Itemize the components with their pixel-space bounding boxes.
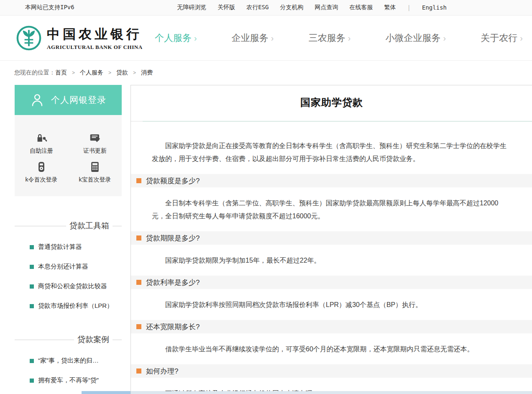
chevron-right-icon: ›	[271, 33, 274, 43]
top-link-traditional-chinese[interactable]: 繁体	[384, 4, 396, 11]
breadcrumb-home[interactable]: 首页	[55, 69, 67, 77]
qa-heading-bar: 贷款期限是多少?	[131, 231, 532, 245]
qa-section: 贷款额度是多少? 全日制本专科学生（含第二学位、高职学生、预科生）国家助学贷款最…	[131, 174, 532, 223]
title-divider	[131, 121, 532, 122]
breadcrumb-consumption[interactable]: 消费	[141, 69, 153, 77]
k-token-icon	[35, 161, 48, 173]
square-bullet-icon	[30, 304, 34, 308]
nav-about-abc[interactable]: 关于农行›	[481, 32, 523, 44]
toolbox-item[interactable]: 普通贷款计算器	[15, 243, 122, 251]
divider-line	[113, 340, 122, 340]
article-panel: 国家助学贷款 国家助学贷款是向正在接受高等教育的全日制本专科学生（含高职学生、预…	[130, 85, 532, 394]
square-bullet-icon	[30, 284, 34, 289]
qa-heading-bar: 如何办理?	[131, 364, 532, 378]
square-bullet-icon	[30, 265, 34, 269]
top-link-branches[interactable]: 分支机构	[280, 4, 304, 11]
login-button-label: 个人网银登录	[51, 94, 106, 106]
divider-line	[113, 226, 122, 226]
toolbox-item[interactable]: 本息分别还计算器	[15, 263, 122, 271]
top-utility-bar: 本网站已支持IPv6 无障碍浏览 关怀版 农行ESG 分支机构 网点查询 在线客…	[0, 0, 532, 15]
qa-heading-bar: 贷款额度是多少?	[131, 174, 532, 187]
sidebar: 个人网银登录 自助注册 证书更新	[15, 85, 122, 394]
abc-wheat-icon	[16, 25, 42, 51]
qa-section: 贷款利率是多少? 国家助学贷款利率按照同期同档次贷款市场报价利率（LPR）减30…	[131, 276, 532, 311]
chevron-right-icon: ›	[520, 33, 523, 43]
brand-name-cn: 中国农业银行	[47, 26, 143, 43]
square-bullet-icon	[30, 245, 34, 249]
square-bullet-icon	[30, 379, 34, 383]
qa-heading-bar: 还本宽限期多长?	[131, 320, 532, 333]
quick-link-label: k宝首次登录	[79, 176, 111, 184]
main-area: 个人网银登录 自助注册 证书更新	[0, 85, 532, 394]
primary-nav: 个人服务› 企业服务› 三农服务› 小微企业服务› 关于农行›	[155, 32, 523, 44]
qa-heading: 如何办理?	[146, 366, 178, 376]
quick-link-label: k令首次登录	[26, 176, 58, 184]
top-link-accessibility[interactable]: 无障碍浏览	[177, 4, 206, 11]
qa-body: 国家助学贷款期限为学制加15年，最长不超过22年。	[152, 254, 508, 267]
personal-ebank-login-button[interactable]: 个人网银登录	[15, 85, 122, 115]
qa-heading: 贷款利率是多少?	[146, 278, 200, 287]
loan-toolbox-title: 贷款工具箱	[15, 220, 122, 231]
top-links: 无障碍浏览 关怀版 农行ESG 分支机构 网点查询 在线客服 繁体 | Engl…	[177, 4, 447, 11]
k-token-first-login-link[interactable]: k令首次登录	[15, 155, 68, 184]
page-title: 国家助学贷款	[131, 85, 532, 109]
loan-cases-title: 贷款案例	[15, 334, 122, 345]
orange-square-bullet-icon	[136, 368, 141, 374]
quick-link-label: 自助注册	[30, 147, 53, 155]
breadcrumb-personal-services[interactable]: 个人服务	[80, 69, 103, 77]
k-bao-keypad-icon	[89, 161, 101, 173]
ipv6-notice: 本网站已支持IPv6	[25, 4, 74, 11]
breadcrumb: 您现在的位置： 首页 > 个人服务 > 贷款 > 消费	[0, 61, 532, 85]
loan-toolbox-list: 普通贷款计算器 本息分别还计算器 商贷和公积金贷款比较器 贷款市场报价利率（LP…	[15, 243, 122, 310]
brand-name-en: AGRICULTURAL BANK OF CHINA	[47, 44, 143, 51]
brand-text: 中国农业银行 AGRICULTURAL BANK OF CHINA	[47, 26, 143, 51]
k-bao-first-login-link[interactable]: k宝首次登录	[68, 155, 122, 184]
qa-heading: 贷款额度是多少?	[146, 176, 200, 186]
article-intro: 国家助学贷款是向正在接受高等教育的全日制本专科学生（含高职学生、预科生）研究生和…	[152, 139, 508, 165]
loan-case-item[interactable]: 拥有爱车，不再等“贷”	[15, 376, 122, 384]
certificate-update-link[interactable]: 证书更新	[68, 126, 122, 155]
top-link-english[interactable]: English	[422, 4, 447, 11]
breadcrumb-separator: >	[72, 70, 75, 76]
nav-personal-services[interactable]: 个人服务›	[155, 32, 197, 44]
qa-sections: 贷款额度是多少? 全日制本专科学生（含第二学位、高职学生、预科生）国家助学贷款最…	[131, 174, 532, 394]
top-link-outlet-search[interactable]: 网点查询	[315, 4, 338, 11]
breadcrumb-loans[interactable]: 贷款	[116, 69, 128, 77]
certificate-update-icon	[89, 132, 101, 144]
top-link-care-version[interactable]: 关怀版	[217, 4, 235, 11]
breadcrumb-label: 您现在的位置：	[14, 69, 55, 77]
qa-heading: 贷款期限是多少?	[146, 233, 200, 243]
loan-cases-list: “家”事，贷出来的归… 拥有爱车，不再等“贷” “贷”来创业梦	[15, 357, 122, 394]
loan-case-item[interactable]: “家”事，贷出来的归…	[15, 357, 122, 365]
top-link-online-service[interactable]: 在线客服	[350, 4, 373, 11]
toolbox-item[interactable]: 商贷和公积金贷款比较器	[15, 282, 122, 290]
qa-section: 如何办理? 可通过所在高校及农业银行经办机构网点申请办理。	[131, 364, 532, 394]
breadcrumb-separator: >	[133, 70, 136, 76]
self-register-link[interactable]: 自助注册	[15, 126, 68, 155]
nav-rural-services[interactable]: 三农服务›	[309, 32, 351, 44]
person-icon	[30, 93, 44, 107]
orange-square-bullet-icon	[136, 178, 141, 183]
orange-square-bullet-icon	[136, 280, 141, 285]
qa-section: 贷款期限是多少? 国家助学贷款期限为学制加15年，最长不超过22年。	[131, 231, 532, 267]
quick-link-label: 证书更新	[83, 147, 107, 155]
nav-small-business-services[interactable]: 小微企业服务›	[385, 32, 446, 44]
qa-body: 国家助学贷款利率按照同期同档次贷款市场报价利率（LPR）减30个基点（BP）执行…	[152, 298, 508, 311]
bottom-cutoff-strip-gray	[131, 391, 532, 394]
bottom-cutoff-strip-blue	[82, 391, 130, 394]
quick-links-panel: 自助注册 证书更新 k令首次登录	[15, 115, 122, 196]
qa-section: 还本宽限期多长? 借款学生毕业当年不再继续攻读学位的，可享受60个月的还本宽限期…	[131, 320, 532, 356]
chevron-right-icon: ›	[194, 33, 197, 43]
top-links-divider: |	[407, 4, 411, 11]
qa-heading: 还本宽限期多长?	[146, 322, 200, 332]
orange-square-bullet-icon	[136, 235, 141, 240]
top-link-abc-esg[interactable]: 农行ESG	[246, 4, 269, 11]
abc-logo[interactable]: 中国农业银行 AGRICULTURAL BANK OF CHINA	[16, 25, 143, 51]
square-bullet-icon	[30, 359, 34, 363]
toolbox-item[interactable]: 贷款市场报价利率（LPR）	[15, 302, 122, 310]
divider-line	[15, 226, 66, 226]
divider-line	[15, 340, 74, 340]
nav-corporate-services[interactable]: 企业服务›	[232, 32, 274, 44]
qa-body: 全日制本专科学生（含第二学位、高职学生、预科生）国家助学贷款最高限额原则上每人每…	[152, 197, 508, 223]
breadcrumb-separator: >	[108, 70, 111, 76]
